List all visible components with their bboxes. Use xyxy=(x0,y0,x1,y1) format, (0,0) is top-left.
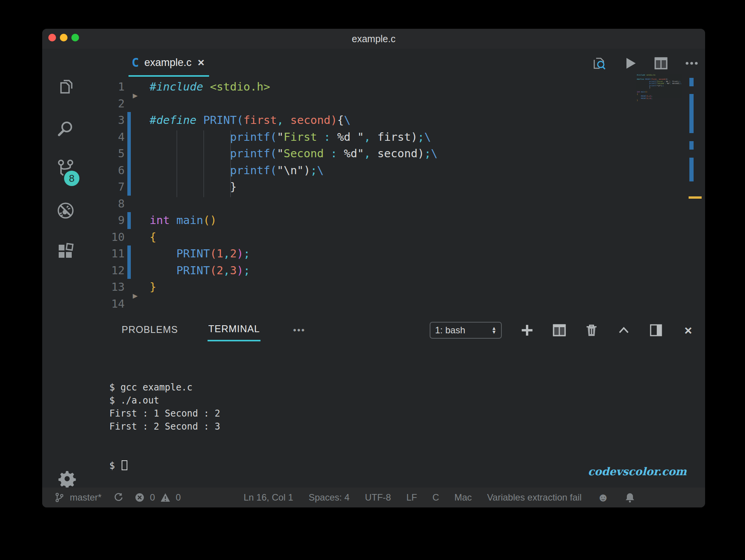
settings-gear-icon[interactable] xyxy=(58,470,76,488)
code-token: #include xyxy=(150,80,203,93)
code-line-5[interactable]: 5 printf("Second : %d", second);\ xyxy=(88,145,705,162)
explorer-icon[interactable] xyxy=(56,77,75,96)
line-number: 5 xyxy=(96,145,125,162)
warnings-icon[interactable] xyxy=(160,492,170,502)
select-arrows-icon: ▲▼ xyxy=(491,326,496,334)
code-text: PRINT(2,3); xyxy=(150,262,250,279)
split-terminal-icon[interactable] xyxy=(552,323,566,337)
code-line-10[interactable]: 10{ xyxy=(88,229,705,246)
notifications-bell-icon[interactable] xyxy=(625,492,635,503)
overview-ruler-mark xyxy=(689,78,694,86)
code-line-3[interactable]: 3#define PRINT(first, second){\ xyxy=(88,112,705,129)
tab-label: example.c xyxy=(144,57,191,69)
scm-badge: 8 xyxy=(64,171,79,186)
overview-ruler-modified-mark xyxy=(689,196,702,199)
code-line-6[interactable]: 6 printf("\n");\ xyxy=(88,162,705,179)
code-token: , xyxy=(277,114,283,127)
title-bar: example.c xyxy=(42,29,705,49)
fold-icon[interactable]: ▶ xyxy=(133,87,138,104)
feedback-smiley-icon[interactable]: ☻ xyxy=(597,491,609,504)
tab-problems[interactable]: PROBLEMS xyxy=(121,320,179,341)
indentation[interactable]: Spaces: 4 xyxy=(308,492,349,503)
code-token xyxy=(203,80,210,93)
code-line-8[interactable]: 8 xyxy=(88,196,705,212)
cursor-position[interactable]: Ln 16, Col 1 xyxy=(244,492,293,503)
code-token xyxy=(150,164,230,177)
code-line-4[interactable]: 4 printf("First : %d ", first);\ xyxy=(88,129,705,146)
code-token: ; xyxy=(310,164,317,177)
code-token: first) xyxy=(371,130,417,143)
terminal-output[interactable]: $ gcc example.c$ ./a.outFirst : 1 Second… xyxy=(88,355,705,466)
code-line-1[interactable]: 1#include <stdio.h> xyxy=(88,79,705,96)
code-token: ( xyxy=(237,114,243,127)
code-line-7[interactable]: 7 } xyxy=(88,179,705,196)
code-token: PRINT xyxy=(203,114,237,127)
encoding[interactable]: UTF-8 xyxy=(365,492,391,503)
window-title: example.c xyxy=(42,33,705,44)
more-actions-icon[interactable] xyxy=(684,56,699,71)
line-number: 6 xyxy=(96,162,125,179)
code-line-14[interactable]: 14▶ xyxy=(88,296,705,313)
maximize-panel-chevron-icon[interactable] xyxy=(617,323,631,337)
sync-icon[interactable] xyxy=(113,492,123,502)
kill-terminal-trash-icon[interactable] xyxy=(585,323,598,337)
line-number: 2 xyxy=(96,96,125,112)
code-token: \ xyxy=(317,164,324,177)
code-text: printf("\n");\ xyxy=(150,162,324,179)
code-token: printf( xyxy=(230,164,277,177)
tab-example-c[interactable]: C example.c × xyxy=(129,50,209,77)
c-language-icon: C xyxy=(132,55,139,70)
code-line-2[interactable]: 2▶ xyxy=(88,96,705,112)
debug-disabled-icon[interactable] xyxy=(56,201,75,220)
code-token: Second xyxy=(283,147,330,160)
code-token: " xyxy=(277,130,283,143)
code-token: "\n" xyxy=(277,164,304,177)
code-token: printf( xyxy=(230,147,277,160)
code-token: , xyxy=(223,264,230,277)
search-icon[interactable] xyxy=(56,120,75,138)
errors-count: 0 xyxy=(150,492,155,503)
code-text: int main() xyxy=(150,212,217,229)
eol-sequence[interactable]: LF xyxy=(406,492,417,503)
gutter-change-bar xyxy=(127,179,131,196)
code-text: } xyxy=(150,279,156,296)
code-line-9[interactable]: 9int main() xyxy=(88,212,705,229)
panel-more-icon[interactable]: ••• xyxy=(293,325,305,335)
new-terminal-icon[interactable] xyxy=(520,323,534,337)
code-token: second xyxy=(290,114,331,127)
indent-guide xyxy=(176,130,177,197)
errors-icon[interactable] xyxy=(135,492,145,502)
code-token: PRINT xyxy=(176,247,210,260)
branch-name[interactable]: master* xyxy=(70,492,102,503)
terminal-cursor xyxy=(122,460,127,470)
language-mode[interactable]: C xyxy=(432,492,439,503)
code-token: ) xyxy=(237,264,243,277)
code-line-13[interactable]: 13} xyxy=(88,279,705,296)
tab-close-icon[interactable]: × xyxy=(198,57,204,68)
os-label[interactable]: Mac xyxy=(455,492,472,503)
code-token: PRINT xyxy=(176,264,210,277)
code-text: #include <stdio.h> xyxy=(150,79,270,96)
line-number: 14 xyxy=(96,296,125,313)
code-line-12[interactable]: 12 PRINT(2,3); xyxy=(88,262,705,279)
tab-terminal[interactable]: TERMINAL xyxy=(208,320,260,341)
code-line-11[interactable]: 11 PRINT(1,2); xyxy=(88,245,705,262)
toggle-panel-layout-icon[interactable] xyxy=(649,323,663,337)
split-editor-icon[interactable] xyxy=(654,56,668,71)
line-number: 9 xyxy=(96,212,125,229)
shell-select[interactable]: 1: bash ▲▼ xyxy=(430,322,502,339)
git-branch-icon xyxy=(54,492,64,502)
code-token: ; xyxy=(417,130,424,143)
status-right: Ln 16, Col 1 Spaces: 4 UTF-8 LF C Mac Va… xyxy=(244,488,635,507)
minimap[interactable]: #include <stdio.h> #define PRINT(first, … xyxy=(637,74,698,135)
code-token xyxy=(170,214,176,227)
fold-icon[interactable]: ▶ xyxy=(133,288,138,305)
code-token xyxy=(150,264,176,277)
code-token: #define xyxy=(150,114,196,127)
extensions-icon[interactable] xyxy=(56,242,75,261)
close-panel-icon[interactable]: × xyxy=(681,323,695,337)
open-changes-icon[interactable] xyxy=(592,56,607,71)
run-play-icon[interactable] xyxy=(623,56,638,71)
code-token: <stdio.h> xyxy=(210,80,270,93)
code-editor[interactable]: 1#include <stdio.h>2▶3#define PRINT(firs… xyxy=(88,77,705,341)
